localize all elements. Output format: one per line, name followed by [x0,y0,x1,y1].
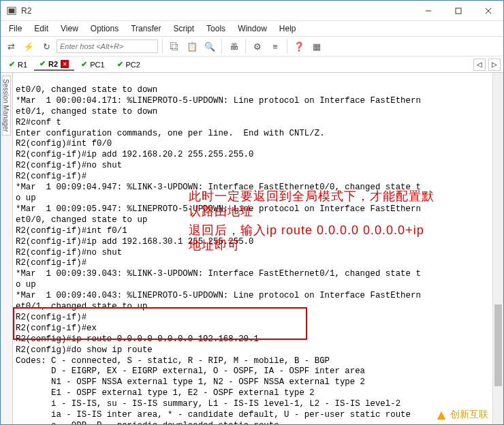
annotation-line3: 退回后，输入ip route 0.0.0.0 0.0.0.0+ip [189,225,424,236]
term-line: R2(config-if)#no shut [16,161,122,170]
term-line: o up [16,193,36,203]
term-line: et0/1, changed state to down [16,107,157,116]
toolbar: ⇄ ⚡ ↻ ⿻ 📋 🔍 🖶 ⚙ ≡ ❓ ▦ [1,36,503,57]
body: Session Manager et0/0, changed state to … [1,73,503,424]
term-line: o - ODR, P - periodic downloaded static … [16,421,279,424]
tab-r1[interactable]: ✔R1 [3,59,33,70]
term-line: et0/1, changed state to up [16,302,147,311]
menu-transfer[interactable]: Transfer [125,22,166,35]
menu-view[interactable]: View [55,22,84,35]
menu-edit[interactable]: Edit [29,22,54,35]
maximize-button[interactable] [443,1,473,20]
term-line: R2(config-if)#ip add 192.168.20.2 255.25… [16,150,253,159]
term-line: R2(config-if)#int f0/1 [16,226,127,236]
term-line: R2(config-if)# [16,172,86,181]
menu-tools[interactable]: Tools [201,22,231,35]
tab-label: R1 [18,61,27,69]
check-icon: ✔ [81,60,87,69]
term-line: R2(config-if)# [16,313,86,322]
close-icon[interactable]: × [61,60,69,68]
term-line: *Mar 1 00:09:04.947: %LINK-3-UPDOWN: Int… [16,183,421,192]
term-line: R2(config-if)#ex [16,324,97,333]
print-icon[interactable]: 🖶 [226,39,241,54]
tab-pc1[interactable]: ✔PC1 [76,59,110,70]
scrollbar-thumb[interactable] [494,304,502,386]
watermark: 创新互联 [435,409,488,422]
svg-rect-3 [456,8,461,14]
term-line: *Mar 1 00:09:40.043: %LINEPROTO-5-UPDOWN… [16,291,421,300]
term-line: N1 - OSPF NSSA external type 1, N2 - OSP… [16,377,365,387]
term-line: R2(config)#ip route 0.0.0.0 0.0.0.0 192.… [16,334,259,344]
tab-label: PC2 [126,61,140,69]
tabstrip: ✔R1 ✔R2× ✔PC1 ✔PC2 ◁ ▷ [1,57,503,73]
help-icon[interactable]: ❓ [292,39,306,54]
tab-next-button[interactable]: ▷ [488,59,501,71]
separator [162,39,163,54]
paste-icon[interactable]: 📋 [185,39,200,54]
tab-pc2[interactable]: ✔PC2 [112,59,146,70]
app-icon [6,5,17,16]
minimize-button[interactable] [413,1,443,20]
tab-label: PC1 [90,61,104,69]
connect-icon[interactable]: ⇄ [3,39,18,54]
close-button[interactable] [473,1,503,20]
term-line: D - EIGRP, EX - EIGRP external, O - OSPF… [16,366,365,376]
menu-file[interactable]: File [3,22,27,35]
menubar: File Edit View Options Transfer Script T… [1,21,503,36]
separator [245,39,246,54]
check-icon: ✔ [117,60,123,69]
menu-script[interactable]: Script [168,22,200,35]
term-line: i - IS-IS, su - IS-IS summary, L1 - IS-I… [16,399,400,409]
svg-rect-1 [9,8,15,13]
session-options-icon[interactable]: ≡ [268,39,283,54]
term-line: Enter configuration commands, one per li… [16,129,325,138]
copy-icon[interactable]: ⿻ [167,39,182,54]
term-line: et0/0, changed state to down [16,85,157,95]
term-line: R2(config-if)#no shut [16,248,122,257]
reconnect-icon[interactable]: ↻ [39,39,54,54]
titlebar: R2 [1,1,503,21]
annotation-line1: 此时一定要返回到全局模式下，才能配置默 [189,191,435,202]
session-manager-tab[interactable]: Session Manager [2,76,11,136]
tile-icon[interactable]: ▦ [309,39,324,54]
term-line: R2(config)#do show ip route [16,345,153,355]
watermark-icon [435,409,447,422]
term-line: R2(config-if)#ip add 192.168.30.1 255.25… [16,237,253,247]
window-title: R2 [21,6,413,16]
term-line: Codes: C - connected, S - static, R - RI… [16,356,330,366]
find-icon[interactable]: 🔍 [202,39,217,54]
sidebar: Session Manager [1,73,13,424]
settings-icon[interactable]: ⚙ [250,39,265,54]
terminal-output[interactable]: et0/0, changed state to down *Mar 1 00:0… [13,73,492,424]
term-line: *Mar 1 00:09:05.947: %LINEPROTO-5-UPDOWN… [16,204,421,214]
term-line: E1 - OSPF external type 1, E2 - OSPF ext… [16,388,315,398]
term-line: R2(config-if)# [16,258,86,268]
menu-options[interactable]: Options [85,22,124,35]
tab-prev-button[interactable]: ◁ [473,59,486,71]
menu-window[interactable]: Window [232,22,272,35]
term-line: *Mar 1 00:00:04.171: %LINEPROTO-5-UPDOWN… [16,96,421,106]
separator [221,39,222,54]
term-line: et0/0, changed state to up [16,215,147,225]
term-line: ia - IS-IS inter area, * - candidate def… [16,410,411,420]
watermark-text: 创新互联 [450,410,488,421]
term-line: R2#conf t [16,118,61,127]
tab-r2[interactable]: ✔R2× [34,58,74,71]
term-line: o up [16,280,36,289]
term-line: *Mar 1 00:09:39.043: %LINK-3-UPDOWN: Int… [16,269,421,279]
app-window: R2 File Edit View Options Transfer Scrip… [0,0,504,425]
quick-connect-icon[interactable]: ⚡ [21,39,36,54]
vertical-scrollbar[interactable] [492,73,503,424]
separator [287,39,287,54]
check-icon: ✔ [9,60,15,69]
tab-label: R2 [48,60,58,68]
host-input[interactable] [57,40,158,53]
menu-help[interactable]: Help [274,22,302,35]
check-icon: ✔ [40,59,46,68]
term-line: R2(config)#int f0/0 [16,139,112,148]
